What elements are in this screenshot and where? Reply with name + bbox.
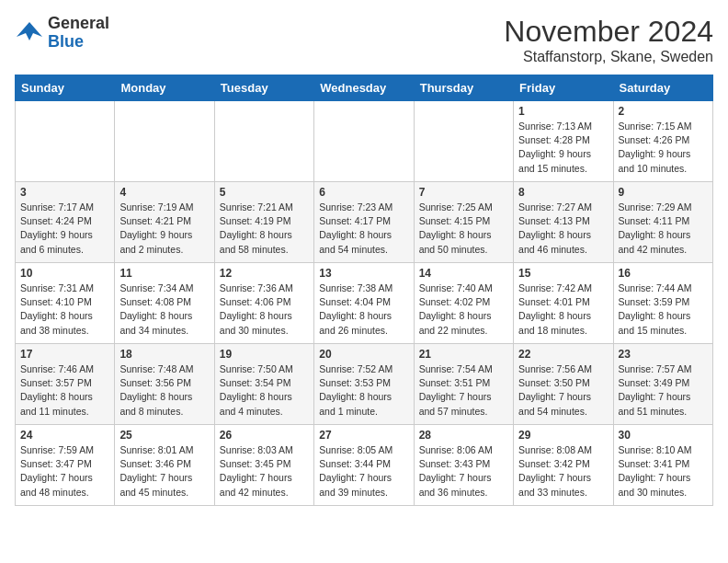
day-info: Sunrise: 7:21 AM Sunset: 4:19 PM Dayligh… xyxy=(220,201,309,257)
day-number: 18 xyxy=(119,348,209,361)
day-info: Sunrise: 8:06 AM Sunset: 3:43 PM Dayligh… xyxy=(419,443,508,500)
day-number: 16 xyxy=(619,267,708,280)
day-info: Sunrise: 7:56 AM Sunset: 3:50 PM Dayligh… xyxy=(518,362,608,419)
day-number: 17 xyxy=(20,348,109,361)
day-info: Sunrise: 7:25 AM Sunset: 4:15 PM Dayligh… xyxy=(419,201,508,257)
day-info: Sunrise: 7:40 AM Sunset: 4:02 PM Dayligh… xyxy=(419,282,508,338)
day-info: Sunrise: 7:36 AM Sunset: 4:06 PM Dayligh… xyxy=(220,282,309,338)
calendar-cell: 1Sunrise: 7:13 AM Sunset: 4:28 PM Daylig… xyxy=(514,101,613,182)
calendar-cell: 21Sunrise: 7:54 AM Sunset: 3:51 PM Dayli… xyxy=(414,344,513,425)
day-info: Sunrise: 7:13 AM Sunset: 4:28 PM Dayligh… xyxy=(518,120,608,176)
calendar-cell: 20Sunrise: 7:52 AM Sunset: 3:53 PM Dayli… xyxy=(314,344,414,425)
calendar-week-1: 1Sunrise: 7:13 AM Sunset: 4:28 PM Daylig… xyxy=(16,101,713,182)
day-number: 24 xyxy=(20,429,109,442)
calendar-cell: 18Sunrise: 7:48 AM Sunset: 3:56 PM Dayli… xyxy=(115,344,214,425)
calendar-cell xyxy=(115,101,214,182)
day-number: 14 xyxy=(419,267,508,280)
location: Staffanstorp, Skane, Sweden xyxy=(504,49,713,65)
col-wednesday: Wednesday xyxy=(314,75,414,101)
day-number: 27 xyxy=(319,429,408,442)
calendar-cell: 9Sunrise: 7:29 AM Sunset: 4:11 PM Daylig… xyxy=(613,182,712,263)
day-number: 2 xyxy=(619,105,708,118)
calendar-cell: 23Sunrise: 7:57 AM Sunset: 3:49 PM Dayli… xyxy=(613,344,712,425)
calendar-cell: 25Sunrise: 8:01 AM Sunset: 3:46 PM Dayli… xyxy=(115,425,214,506)
day-info: Sunrise: 7:34 AM Sunset: 4:08 PM Dayligh… xyxy=(119,282,209,338)
day-info: Sunrise: 7:48 AM Sunset: 3:56 PM Dayligh… xyxy=(119,362,209,419)
page-header: General Blue November 2024 Staffanstorp,… xyxy=(15,15,713,65)
calendar-week-3: 10Sunrise: 7:31 AM Sunset: 4:10 PM Dayli… xyxy=(16,263,713,344)
calendar-body: 1Sunrise: 7:13 AM Sunset: 4:28 PM Daylig… xyxy=(16,101,713,506)
day-info: Sunrise: 7:31 AM Sunset: 4:10 PM Dayligh… xyxy=(20,282,109,338)
day-info: Sunrise: 7:19 AM Sunset: 4:21 PM Dayligh… xyxy=(119,201,209,257)
calendar-cell: 8Sunrise: 7:27 AM Sunset: 4:13 PM Daylig… xyxy=(514,182,613,263)
day-info: Sunrise: 7:52 AM Sunset: 3:53 PM Dayligh… xyxy=(319,362,408,419)
day-info: Sunrise: 7:54 AM Sunset: 3:51 PM Dayligh… xyxy=(419,362,508,419)
calendar-cell: 30Sunrise: 8:10 AM Sunset: 3:41 PM Dayli… xyxy=(613,425,712,506)
calendar-cell: 10Sunrise: 7:31 AM Sunset: 4:10 PM Dayli… xyxy=(16,263,115,344)
calendar-cell: 16Sunrise: 7:44 AM Sunset: 3:59 PM Dayli… xyxy=(613,263,712,344)
day-number: 30 xyxy=(619,429,708,442)
calendar-cell: 13Sunrise: 7:38 AM Sunset: 4:04 PM Dayli… xyxy=(314,263,414,344)
day-number: 1 xyxy=(518,105,608,118)
day-number: 21 xyxy=(419,348,508,361)
col-sunday: Sunday xyxy=(16,75,115,101)
day-number: 29 xyxy=(518,429,608,442)
calendar-cell xyxy=(414,101,513,182)
calendar-cell: 4Sunrise: 7:19 AM Sunset: 4:21 PM Daylig… xyxy=(115,182,214,263)
day-number: 10 xyxy=(20,267,109,280)
title-block: November 2024 Staffanstorp, Skane, Swede… xyxy=(504,15,713,65)
day-number: 12 xyxy=(220,267,309,280)
day-info: Sunrise: 7:17 AM Sunset: 4:24 PM Dayligh… xyxy=(20,201,109,257)
calendar-week-4: 17Sunrise: 7:46 AM Sunset: 3:57 PM Dayli… xyxy=(16,344,713,425)
day-number: 7 xyxy=(419,186,508,199)
day-number: 13 xyxy=(319,267,408,280)
calendar-cell xyxy=(16,101,115,182)
day-number: 15 xyxy=(518,267,608,280)
calendar-cell: 14Sunrise: 7:40 AM Sunset: 4:02 PM Dayli… xyxy=(414,263,513,344)
day-info: Sunrise: 7:46 AM Sunset: 3:57 PM Dayligh… xyxy=(20,362,109,419)
calendar-cell: 5Sunrise: 7:21 AM Sunset: 4:19 PM Daylig… xyxy=(214,182,313,263)
day-info: Sunrise: 7:50 AM Sunset: 3:54 PM Dayligh… xyxy=(220,362,309,419)
day-info: Sunrise: 7:57 AM Sunset: 3:49 PM Dayligh… xyxy=(619,362,708,419)
day-number: 28 xyxy=(419,429,508,442)
col-tuesday: Tuesday xyxy=(214,75,313,101)
day-number: 8 xyxy=(518,186,608,199)
logo: General Blue xyxy=(15,15,109,52)
day-number: 4 xyxy=(119,186,209,199)
calendar-cell: 3Sunrise: 7:17 AM Sunset: 4:24 PM Daylig… xyxy=(16,182,115,263)
calendar-cell: 28Sunrise: 8:06 AM Sunset: 3:43 PM Dayli… xyxy=(414,425,513,506)
day-info: Sunrise: 8:08 AM Sunset: 3:42 PM Dayligh… xyxy=(518,443,608,500)
calendar-cell: 15Sunrise: 7:42 AM Sunset: 4:01 PM Dayli… xyxy=(514,263,613,344)
day-number: 6 xyxy=(319,186,408,199)
logo-icon xyxy=(15,20,44,46)
calendar-cell xyxy=(314,101,414,182)
calendar-cell: 19Sunrise: 7:50 AM Sunset: 3:54 PM Dayli… xyxy=(214,344,313,425)
day-number: 25 xyxy=(119,429,209,442)
day-number: 26 xyxy=(220,429,309,442)
calendar-cell: 12Sunrise: 7:36 AM Sunset: 4:06 PM Dayli… xyxy=(214,263,313,344)
day-number: 20 xyxy=(319,348,408,361)
day-info: Sunrise: 7:29 AM Sunset: 4:11 PM Dayligh… xyxy=(619,201,708,257)
day-number: 19 xyxy=(220,348,309,361)
day-number: 3 xyxy=(20,186,109,199)
calendar-cell: 7Sunrise: 7:25 AM Sunset: 4:15 PM Daylig… xyxy=(414,182,513,263)
calendar-cell: 29Sunrise: 8:08 AM Sunset: 3:42 PM Dayli… xyxy=(514,425,613,506)
day-info: Sunrise: 8:10 AM Sunset: 3:41 PM Dayligh… xyxy=(619,443,708,500)
day-info: Sunrise: 8:05 AM Sunset: 3:44 PM Dayligh… xyxy=(319,443,408,500)
day-number: 23 xyxy=(619,348,708,361)
calendar-cell xyxy=(214,101,313,182)
header-row: Sunday Monday Tuesday Wednesday Thursday… xyxy=(16,75,713,101)
calendar-week-5: 24Sunrise: 7:59 AM Sunset: 3:47 PM Dayli… xyxy=(16,425,713,506)
day-info: Sunrise: 7:59 AM Sunset: 3:47 PM Dayligh… xyxy=(20,443,109,500)
svg-marker-0 xyxy=(17,22,42,40)
col-monday: Monday xyxy=(115,75,214,101)
calendar-cell: 24Sunrise: 7:59 AM Sunset: 3:47 PM Dayli… xyxy=(16,425,115,506)
day-info: Sunrise: 7:42 AM Sunset: 4:01 PM Dayligh… xyxy=(518,282,608,338)
day-number: 22 xyxy=(518,348,608,361)
col-saturday: Saturday xyxy=(613,75,712,101)
day-info: Sunrise: 7:27 AM Sunset: 4:13 PM Dayligh… xyxy=(518,201,608,257)
day-number: 5 xyxy=(220,186,309,199)
calendar-cell: 26Sunrise: 8:03 AM Sunset: 3:45 PM Dayli… xyxy=(214,425,313,506)
col-thursday: Thursday xyxy=(414,75,513,101)
calendar-table: Sunday Monday Tuesday Wednesday Thursday… xyxy=(15,75,713,506)
